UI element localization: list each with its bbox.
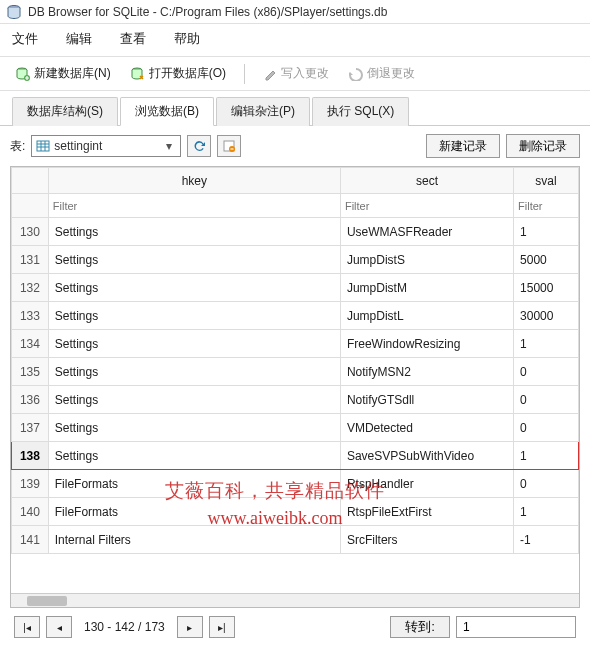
new-database-button[interactable]: 新建数据库(N) <box>8 61 119 86</box>
cell-hkey[interactable]: Settings <box>48 386 340 414</box>
cell-sval[interactable]: 15000 <box>514 274 579 302</box>
table-row[interactable]: 135SettingsNotifyMSN20 <box>12 358 579 386</box>
revert-changes-label: 倒退更改 <box>367 65 415 82</box>
write-changes-button[interactable]: 写入更改 <box>255 61 337 86</box>
toolbar: 新建数据库(N) 打开数据库(O) 写入更改 倒退更改 <box>0 56 590 91</box>
table-row[interactable]: 132SettingsJumpDistM15000 <box>12 274 579 302</box>
pager-first-button[interactable]: |◂ <box>14 616 40 638</box>
cell-sval[interactable]: 0 <box>514 386 579 414</box>
cell-hkey[interactable]: Settings <box>48 274 340 302</box>
table-row[interactable]: 131SettingsJumpDistS5000 <box>12 246 579 274</box>
refresh-button[interactable] <box>187 135 211 157</box>
table-row[interactable]: 134SettingsFreeWindowResizing1 <box>12 330 579 358</box>
filter-row <box>12 194 579 218</box>
scroll-thumb[interactable] <box>27 596 67 606</box>
clear-filters-button[interactable] <box>217 135 241 157</box>
table-row[interactable]: 139FileFormatsRtspHandler0 <box>12 470 579 498</box>
cell-sect[interactable]: JumpDistL <box>340 302 513 330</box>
cell-sval[interactable]: 30000 <box>514 302 579 330</box>
menu-edit[interactable]: 编辑 <box>66 30 92 48</box>
tab-sql[interactable]: 执行 SQL(X) <box>312 97 409 126</box>
pager-range: 130 - 142 / 173 <box>78 620 171 634</box>
cell-sect[interactable]: SaveSVPSubWithVideo <box>340 442 513 470</box>
menu-help[interactable]: 帮助 <box>174 30 200 48</box>
open-database-button[interactable]: 打开数据库(O) <box>123 61 234 86</box>
table-controls: 表: settingint ▾ 新建记录 删除记录 <box>10 134 580 158</box>
header-row: hkey sect sval <box>12 168 579 194</box>
cell-sect[interactable]: NotifyGTSdll <box>340 386 513 414</box>
pager-next-button[interactable]: ▸ <box>177 616 203 638</box>
row-number: 140 <box>12 498 49 526</box>
row-number: 131 <box>12 246 49 274</box>
col-header-sect[interactable]: sect <box>340 168 513 194</box>
filter-hkey[interactable] <box>53 200 336 212</box>
delete-record-button[interactable]: 删除记录 <box>506 134 580 158</box>
pager-prev-button[interactable]: ◂ <box>46 616 72 638</box>
table-row[interactable]: 141Internal FiltersSrcFilters-1 <box>12 526 579 554</box>
cell-sval[interactable]: 5000 <box>514 246 579 274</box>
table-row[interactable]: 133SettingsJumpDistL30000 <box>12 302 579 330</box>
cell-sval[interactable]: -1 <box>514 526 579 554</box>
tab-pragmas[interactable]: 编辑杂注(P) <box>216 97 310 126</box>
cell-hkey[interactable]: Internal Filters <box>48 526 340 554</box>
revert-changes-button[interactable]: 倒退更改 <box>341 61 423 86</box>
table-row[interactable]: 138SettingsSaveSVPSubWithVideo1 <box>12 442 579 470</box>
cell-sval[interactable]: 1 <box>514 498 579 526</box>
cell-sval[interactable]: 0 <box>514 470 579 498</box>
row-number: 137 <box>12 414 49 442</box>
col-header-sval[interactable]: sval <box>514 168 579 194</box>
pager-last-button[interactable]: ▸| <box>209 616 235 638</box>
tab-structure[interactable]: 数据库结构(S) <box>12 97 118 126</box>
cell-hkey[interactable]: Settings <box>48 218 340 246</box>
cell-sect[interactable]: NotifyMSN2 <box>340 358 513 386</box>
cell-hkey[interactable]: FileFormats <box>48 498 340 526</box>
goto-input[interactable] <box>456 616 576 638</box>
row-number: 139 <box>12 470 49 498</box>
filter-sval[interactable] <box>518 200 574 212</box>
cell-sect[interactable]: JumpDistM <box>340 274 513 302</box>
row-number: 138 <box>12 442 49 470</box>
cell-sect[interactable]: SrcFilters <box>340 526 513 554</box>
row-number: 133 <box>12 302 49 330</box>
cell-sval[interactable]: 1 <box>514 218 579 246</box>
refresh-icon <box>192 139 206 153</box>
cell-sval[interactable]: 0 <box>514 414 579 442</box>
write-changes-label: 写入更改 <box>281 65 329 82</box>
tab-browse[interactable]: 浏览数据(B) <box>120 97 214 126</box>
goto-button[interactable]: 转到: <box>390 616 450 638</box>
menu-file[interactable]: 文件 <box>12 30 38 48</box>
row-number: 132 <box>12 274 49 302</box>
titlebar: DB Browser for SQLite - C:/Program Files… <box>0 0 590 24</box>
cell-sval[interactable]: 1 <box>514 330 579 358</box>
table-name: settingint <box>54 139 162 153</box>
row-number: 136 <box>12 386 49 414</box>
cell-hkey[interactable]: Settings <box>48 330 340 358</box>
cell-hkey[interactable]: Settings <box>48 442 340 470</box>
col-header-hkey[interactable]: hkey <box>48 168 340 194</box>
menu-view[interactable]: 查看 <box>120 30 146 48</box>
cell-sect[interactable]: RtspFileExtFirst <box>340 498 513 526</box>
cell-hkey[interactable]: Settings <box>48 358 340 386</box>
table-row[interactable]: 140FileFormatsRtspFileExtFirst1 <box>12 498 579 526</box>
browse-tab-content: 表: settingint ▾ 新建记录 删除记录 hkey sect <box>0 125 590 654</box>
table-label: 表: <box>10 138 25 155</box>
cell-sect[interactable]: FreeWindowResizing <box>340 330 513 358</box>
row-number: 141 <box>12 526 49 554</box>
cell-sect[interactable]: VMDetected <box>340 414 513 442</box>
cell-hkey[interactable]: FileFormats <box>48 470 340 498</box>
cell-hkey[interactable]: Settings <box>48 414 340 442</box>
horizontal-scrollbar[interactable] <box>11 593 579 607</box>
cell-sval[interactable]: 0 <box>514 358 579 386</box>
table-row[interactable]: 130SettingsUseWMASFReader1 <box>12 218 579 246</box>
new-record-button[interactable]: 新建记录 <box>426 134 500 158</box>
cell-sect[interactable]: RtspHandler <box>340 470 513 498</box>
table-select[interactable]: settingint ▾ <box>31 135 181 157</box>
filter-sect[interactable] <box>345 200 509 212</box>
table-row[interactable]: 137SettingsVMDetected0 <box>12 414 579 442</box>
cell-hkey[interactable]: Settings <box>48 302 340 330</box>
cell-sect[interactable]: UseWMASFReader <box>340 218 513 246</box>
table-row[interactable]: 136SettingsNotifyGTSdll0 <box>12 386 579 414</box>
cell-sect[interactable]: JumpDistS <box>340 246 513 274</box>
cell-hkey[interactable]: Settings <box>48 246 340 274</box>
cell-sval[interactable]: 1 <box>514 442 579 470</box>
